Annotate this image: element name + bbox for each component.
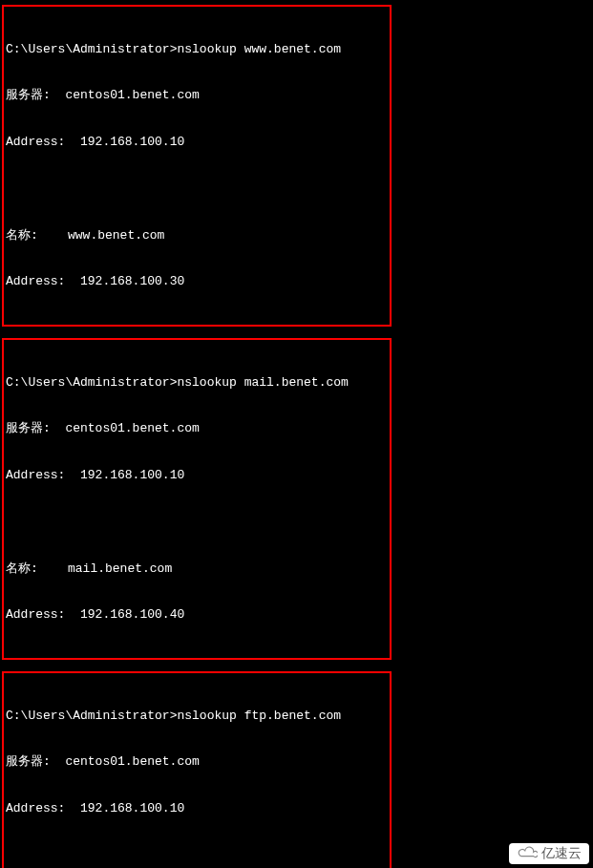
watermark-text: 亿速云 <box>541 845 582 862</box>
terminal-output: C:\Users\Administrator>nslookup www.bene… <box>0 0 593 868</box>
result-name: 名称: www.benet.com <box>6 228 390 243</box>
cmd-line: C:\Users\Administrator>nslookup ftp.bene… <box>6 709 390 724</box>
cloud-icon <box>517 846 538 862</box>
server-label: 服务器: centos01.benet.com <box>6 88 390 103</box>
blank-line <box>6 848 390 863</box>
server-label: 服务器: centos01.benet.com <box>6 421 390 436</box>
server-address: Address: 192.168.100.10 <box>6 135 390 150</box>
result-address: Address: 192.168.100.30 <box>6 274 390 289</box>
result-name: 名称: mail.benet.com <box>6 561 390 577</box>
nslookup-block: C:\Users\Administrator>nslookup www.bene… <box>2 5 392 327</box>
blank-line <box>6 515 390 530</box>
server-address: Address: 192.168.100.10 <box>6 801 390 816</box>
cmd-line: C:\Users\Administrator>nslookup mail.ben… <box>6 375 390 391</box>
blank-line <box>6 181 390 197</box>
cmd-line: C:\Users\Administrator>nslookup www.bene… <box>6 42 390 57</box>
watermark: 亿速云 <box>509 843 589 864</box>
result-address: Address: 192.168.100.40 <box>6 607 390 623</box>
server-label: 服务器: centos01.benet.com <box>6 754 390 770</box>
nslookup-block: C:\Users\Administrator>nslookup ftp.bene… <box>2 671 392 868</box>
server-address: Address: 192.168.100.10 <box>6 468 390 483</box>
nslookup-block: C:\Users\Administrator>nslookup mail.ben… <box>2 338 392 660</box>
